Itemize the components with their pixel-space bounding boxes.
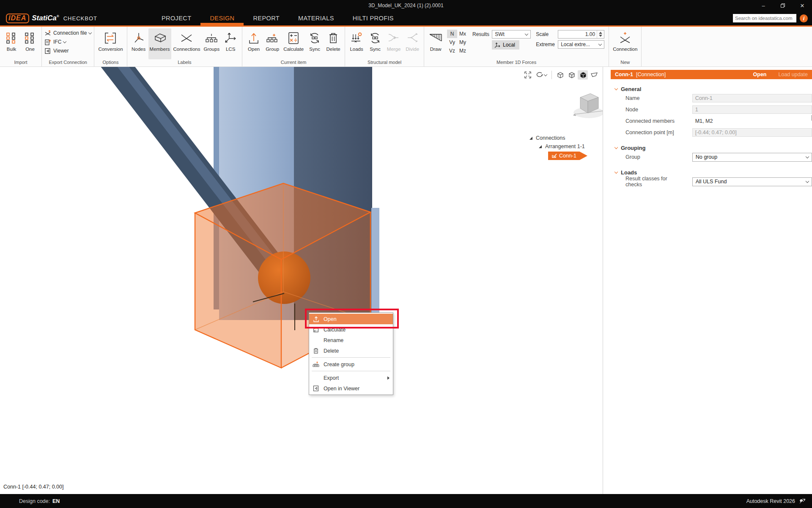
one-button[interactable]: One <box>21 28 39 59</box>
tab-report[interactable]: REPORT <box>244 11 289 25</box>
extreme-dropdown[interactable]: Local extre... <box>558 40 604 49</box>
toggle-n[interactable]: N <box>447 30 457 38</box>
ribbon-group-export-connection: Connection file IFC <box>42 27 94 66</box>
section-loads-header[interactable]: Loads <box>611 169 812 176</box>
restore-button[interactable] <box>773 0 793 11</box>
extreme-value: Local extre... <box>561 41 590 47</box>
loads-label: Loads <box>350 47 363 52</box>
tab-hilti-profis[interactable]: HILTI PROFIS <box>343 11 403 25</box>
rotate-view-button[interactable] <box>534 70 549 80</box>
section-general-header[interactable]: General <box>611 86 812 92</box>
search-input[interactable] <box>735 16 800 21</box>
loads-button[interactable]: Loads <box>348 28 365 59</box>
model-viewport[interactable]: Connections Arrangement 1-1 Conn-1 <box>0 67 603 494</box>
shaded-edges-view-button[interactable] <box>566 70 576 80</box>
divide-label: Divide <box>406 47 419 52</box>
menu-open-label: Open <box>324 316 337 322</box>
local-toggle-button[interactable]: Local <box>492 40 519 50</box>
tree-item-connections[interactable]: Connections <box>529 134 587 142</box>
spinner-down-icon[interactable] <box>599 35 602 37</box>
sync-model-button[interactable]: Sync <box>366 28 384 59</box>
section-loads: Loads Result classes for checks All ULS … <box>611 169 812 187</box>
sync-item-label: Sync <box>309 47 320 52</box>
scale-spinner[interactable] <box>597 30 604 38</box>
menu-item-create-group[interactable]: Create group <box>309 359 393 370</box>
home-view-button[interactable] <box>601 70 603 80</box>
tree-arrangement-label: Arrangement 1-1 <box>545 144 585 149</box>
restore-icon <box>780 3 785 8</box>
expander-icon[interactable] <box>529 137 532 140</box>
delete-button[interactable]: Delete <box>324 28 342 59</box>
group-dropdown[interactable]: No group <box>692 153 812 162</box>
open-item-label: Open <box>248 47 260 52</box>
calculate-icon <box>288 30 299 47</box>
expander-icon[interactable] <box>539 145 542 148</box>
connections-button[interactable]: Connections <box>172 28 202 59</box>
registered-mark: ® <box>57 14 59 18</box>
results-dropdown[interactable]: SWt <box>492 30 531 39</box>
section-grouping-header[interactable]: Grouping <box>611 145 812 151</box>
tree-item-arrangement[interactable]: Arrangement 1-1 <box>539 142 587 151</box>
spinner-up-icon[interactable] <box>599 32 602 34</box>
close-icon: ✕ <box>800 3 805 9</box>
toggle-my[interactable]: My <box>457 38 468 47</box>
group-item-label: Group <box>266 47 279 52</box>
viewer-button[interactable]: Viewer <box>44 47 91 55</box>
connection-check-icon <box>551 153 557 158</box>
zoom-fit-button[interactable] <box>523 70 533 80</box>
search-box[interactable] <box>733 14 796 22</box>
menu-item-open-in-viewer[interactable]: Open in Viewer <box>309 383 393 394</box>
info-button[interactable]: i <box>800 14 808 22</box>
section-loads-title: Loads <box>621 169 637 176</box>
conversion-button[interactable]: Conversion <box>97 28 124 59</box>
ribbon-group-member-1d-forces: Draw N Mx Vy My Vz Mz Results SWt <box>424 27 609 66</box>
sync-item-button[interactable]: Sync <box>306 28 324 59</box>
tree-item-conn-1[interactable]: Conn-1 <box>548 152 587 160</box>
new-connection-button[interactable]: Connection <box>612 28 639 59</box>
result-classes-value: All ULS Fund <box>696 179 727 185</box>
clipping-view-button[interactable] <box>589 70 599 80</box>
scale-input[interactable]: 1.00 <box>558 30 604 39</box>
panel-open-button[interactable]: Open <box>753 72 767 77</box>
panel-load-update-button[interactable]: Load update <box>778 72 808 77</box>
bulk-label: Bulk <box>7 47 16 52</box>
lcs-button[interactable]: LCS <box>222 28 239 59</box>
groups-label: Groups <box>203 47 219 52</box>
open-item-button[interactable]: Open <box>245 28 263 59</box>
status-bar: Design code: EN Autodesk Revit 2026 <box>0 494 812 508</box>
navigation-cube[interactable] <box>572 87 603 123</box>
group-item-button[interactable]: Group <box>263 28 281 59</box>
bulk-button[interactable]: Bulk <box>3 28 20 59</box>
close-button[interactable]: ✕ <box>793 0 812 11</box>
draw-forces-icon <box>428 30 443 47</box>
loads-icon <box>350 30 363 47</box>
calculate-button[interactable]: Calculate <box>282 28 305 59</box>
toggle-mz[interactable]: Mz <box>457 47 468 55</box>
toggle-vz[interactable]: Vz <box>447 47 457 55</box>
solid-view-button[interactable] <box>578 70 588 80</box>
group-label-current-item: Current item <box>242 59 345 66</box>
menu-item-calculate[interactable]: Calculate <box>309 324 393 335</box>
draw-button[interactable]: Draw <box>427 28 444 59</box>
toggle-vy[interactable]: Vy <box>447 38 457 47</box>
menu-item-rename[interactable]: Rename <box>309 335 393 345</box>
toggle-mx[interactable]: Mx <box>457 30 468 38</box>
shaded-cube-icon <box>568 72 575 79</box>
minimize-button[interactable]: – <box>754 0 773 11</box>
wireframe-view-button[interactable] <box>555 70 565 80</box>
menu-item-delete[interactable]: Delete <box>309 345 393 356</box>
result-classes-label: Result classes for checks <box>625 176 684 188</box>
tab-design[interactable]: DESIGN <box>200 11 244 25</box>
members-button[interactable]: Members <box>148 28 171 59</box>
menu-item-export[interactable]: Export <box>309 373 393 383</box>
delete-label: Delete <box>326 47 340 52</box>
groups-button[interactable]: Groups <box>202 28 221 59</box>
tab-materials[interactable]: MATERIALS <box>289 11 343 25</box>
tab-project[interactable]: PROJECT <box>152 11 200 25</box>
nodes-button[interactable]: Nodes <box>130 28 148 59</box>
panel-title: Conn-1 <box>615 72 633 77</box>
connection-file-button[interactable]: Connection file <box>44 29 91 37</box>
menu-item-open[interactable]: Open <box>309 314 393 324</box>
ifc-button[interactable]: IFC <box>44 38 91 46</box>
result-classes-dropdown[interactable]: All ULS Fund <box>692 177 812 186</box>
